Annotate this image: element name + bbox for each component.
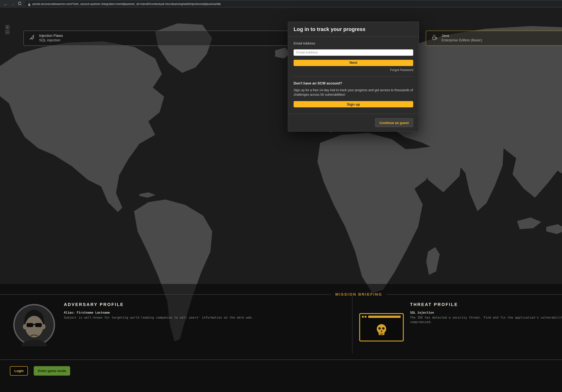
modal-footer: Continue as guest [288, 114, 419, 131]
divider-line [387, 294, 562, 294]
language-labels: Java Enterprise Edition (Basic) [442, 34, 482, 43]
syringe-icon [29, 34, 35, 42]
language-title: Java [442, 34, 482, 38]
continue-as-guest-button[interactable]: Continue as guest [375, 118, 413, 127]
modal-body: Email Address Next Forgot Password Don't… [288, 37, 419, 114]
map-zoom-in-button[interactable]: + [5, 25, 10, 29]
category-title: Injection Flaws [39, 34, 63, 38]
map-zoom-out-button[interactable]: − [5, 30, 10, 34]
adversary-avatar [12, 303, 56, 347]
app-window: ← → portal.securecodewarrior.com/?utm_so… [0, 0, 562, 392]
threat-skull-icon [359, 313, 404, 341]
url-text: portal.securecodewarrior.com/?utm_source… [32, 2, 221, 5]
signup-section: Don't have an SCW account? Sign up for a… [293, 76, 413, 108]
login-button[interactable]: Login [10, 366, 28, 376]
forward-icon[interactable]: → [11, 0, 15, 8]
adversary-alias: Alias: Firstname Lastname [64, 311, 320, 314]
divider-line [0, 294, 331, 294]
category-subtitle: SQL injection [39, 38, 63, 43]
enter-game-mode-button[interactable]: Enter game mode [34, 366, 70, 376]
mission-briefing: MISSION BRIEFING ADVERSARY PROFILE Alias… [0, 283, 562, 364]
signup-button[interactable]: Sign up [293, 101, 413, 108]
category-box: Injection Flaws SQL injection [23, 31, 297, 46]
adversary-description: Subject is well-known for targeting worl… [64, 316, 320, 320]
language-selector[interactable]: Java Enterprise Edition (Basic) REMEMBER… [426, 31, 562, 46]
signup-heading: Don't have an SCW account? [293, 81, 413, 85]
lock-icon [28, 1, 31, 7]
mission-title-row: MISSION BRIEFING [0, 292, 562, 297]
java-cup-icon [431, 34, 437, 42]
adversary-heading: ADVERSARY PROFILE [64, 302, 320, 307]
category-labels: Injection Flaws SQL injection [39, 34, 63, 43]
url-bar[interactable]: portal.securecodewarrior.com/?utm_source… [25, 1, 562, 7]
back-icon[interactable]: ← [4, 0, 8, 8]
threat-profile: THREAT PROFILE SQL injection The IDE has… [410, 302, 562, 324]
threat-name: SQL injection [410, 311, 562, 314]
modal-title: Log in to track your progress [288, 22, 419, 37]
language-subtitle: Enterprise Edition (Basic) [442, 38, 482, 43]
mission-briefing-title: MISSION BRIEFING [335, 292, 382, 297]
email-label: Email Address [293, 41, 413, 45]
footer-buttons: Login Enter game mode [10, 366, 70, 376]
next-button[interactable]: Next [293, 59, 413, 66]
forgot-password-link[interactable]: Forgot Password [293, 68, 413, 71]
reload-icon[interactable] [18, 0, 22, 8]
footer-divider [0, 359, 562, 360]
vertical-dashed-divider [352, 296, 352, 353]
browser-toolbar: ← → portal.securecodewarrior.com/?utm_so… [0, 0, 562, 8]
signup-text: Sign up for a free 14-day trial to track… [293, 88, 413, 97]
threat-description: The IDE has detected a security threat. … [410, 316, 562, 324]
login-modal: Log in to track your progress Email Addr… [288, 22, 419, 132]
adversary-profile: ADVERSARY PROFILE Alias: Firstname Lastn… [64, 302, 320, 320]
email-field[interactable] [293, 49, 413, 56]
threat-heading: THREAT PROFILE [410, 302, 562, 307]
map-zoom-controls: + − [5, 25, 10, 34]
